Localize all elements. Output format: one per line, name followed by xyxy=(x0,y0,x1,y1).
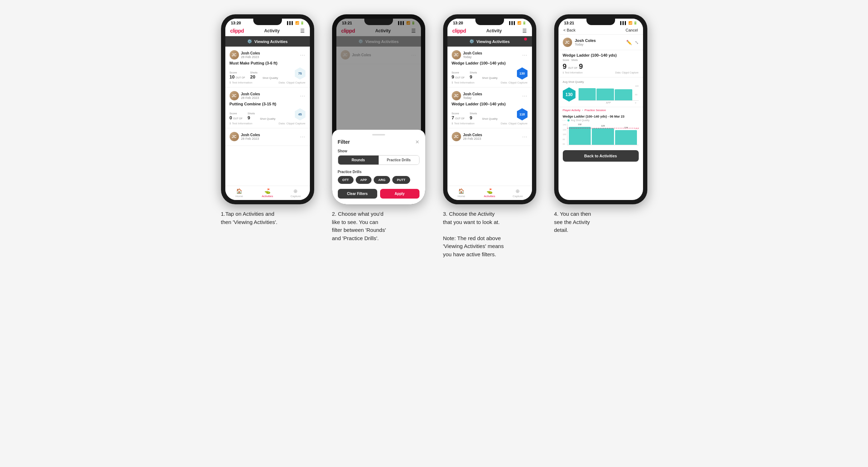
sq-stat-1-2: Shot Quality xyxy=(260,117,276,120)
viewing-banner-1[interactable]: ⚙️ Viewing Activities xyxy=(225,36,310,47)
apply-button[interactable]: Apply xyxy=(380,189,419,199)
more-dots-1-1[interactable]: ··· xyxy=(300,52,306,58)
menu-icon-1[interactable]: ☰ xyxy=(300,28,305,34)
menu-icon-3[interactable]: ☰ xyxy=(522,28,527,34)
user-date-1-3: 28 Feb 2023 xyxy=(241,137,260,140)
activity-title-1-1: Must Make Putting (3-6 ft) xyxy=(230,61,306,65)
filter-close-icon[interactable]: ✕ xyxy=(415,139,419,145)
activity-card-3-2[interactable]: JC Josh Coles Today ··· Wedge Ladder (10… xyxy=(447,87,532,128)
viewing-activities-label-3: Viewing Activities xyxy=(476,39,510,44)
avatar-3-1: JC xyxy=(452,50,461,59)
detail-score-section: Wedge Ladder (100–140 yds) Score Shots 9… xyxy=(558,50,643,77)
legend-dot xyxy=(567,119,570,121)
activity-title-1-2: Putting Combine (3-15 ft) xyxy=(230,102,306,106)
card-header-1-3: JC Josh Coles 28 Feb 2023 ··· xyxy=(230,132,306,141)
nav-home-3[interactable]: 🏠 Home xyxy=(447,186,476,200)
practice-drills-toggle[interactable]: Practice Drills xyxy=(379,156,419,165)
back-button[interactable]: < Back xyxy=(564,28,576,32)
wedge-chart-subtitle: - - - Avg Shot Quality xyxy=(558,119,643,123)
card-footer-1-1: ℹ Test Information Data: Clippd Capture xyxy=(230,81,306,84)
phone-3-inner: 13:20 ▌▌▌ 📶 🔋 clippd Activity ☰ ⚙️ V xyxy=(447,19,532,200)
viewing-activities-label-1: Viewing Activities xyxy=(254,39,288,44)
stats-row-1-2: Score 0 OUT OF Shots 9 xyxy=(230,108,306,120)
show-toggle-row: Rounds Practice Drills xyxy=(338,155,419,165)
bar-2 xyxy=(596,89,614,100)
clear-filters-button[interactable]: Clear Filters xyxy=(338,189,377,199)
sq-badge-1-1: 75 xyxy=(295,67,306,80)
caption-1: 1.Tap on Activities andthen 'Viewing Act… xyxy=(221,210,314,226)
phone-4-inner: 13:21 ▌▌▌ 📶 🔋 < Back Cancel xyxy=(558,19,643,200)
phone-1-col: 13:20 ▌▌▌ 📶 🔋 clippd Activity ☰ ⚙️ V xyxy=(217,14,318,226)
stats-row-3-2: Score 7 OUT OF Shots 9 xyxy=(452,108,528,120)
detail-header: < Back Cancel xyxy=(558,26,643,35)
more-dots-3-2[interactable]: ··· xyxy=(522,93,528,99)
stats-row-3-1: Score 9 OUT OF Shots 9 xyxy=(452,67,528,80)
filter-title: Filter xyxy=(338,139,350,145)
app-header-3: clippd Activity ☰ xyxy=(447,26,532,36)
activity-card-3-3[interactable]: JC Josh Coles 28 Feb 2023 ··· xyxy=(447,128,532,146)
more-dots-1-3[interactable]: ··· xyxy=(300,134,306,139)
nav-capture-3[interactable]: ⊕ Capture xyxy=(504,186,532,200)
user-info-1-2: JC Josh Coles 28 Feb 2023 xyxy=(230,91,260,100)
score-label-1-1: Score xyxy=(230,71,245,74)
phones-row: 13:20 ▌▌▌ 📶 🔋 clippd Activity ☰ ⚙️ V xyxy=(217,14,651,258)
card-header-1-2: JC Josh Coles 28 Feb 2023 ··· xyxy=(230,91,306,100)
activity-card-1-3[interactable]: JC Josh Coles 28 Feb 2023 ··· xyxy=(225,128,310,146)
expand-icon[interactable]: ⤡ xyxy=(635,40,639,45)
rounds-toggle[interactable]: Rounds xyxy=(338,156,379,165)
user-date-3-1: Today xyxy=(463,55,482,59)
dashed-line xyxy=(567,128,639,128)
filter-handle xyxy=(372,134,385,135)
edit-icon[interactable]: ✏️ xyxy=(626,40,632,45)
detail-score-value: 9 xyxy=(563,62,567,71)
capture-icon-3: ⊕ xyxy=(515,188,520,194)
nav-activities-3[interactable]: ⛳ Activities xyxy=(475,186,504,200)
nav-activities-1[interactable]: ⛳ Activities xyxy=(253,186,282,200)
app-title-3: Activity xyxy=(486,28,502,33)
pill-ott[interactable]: OTT xyxy=(338,176,354,184)
shots-value-1-1: 20 xyxy=(250,74,257,80)
pill-app[interactable]: APP xyxy=(356,176,372,184)
filter-sheet: Filter ✕ Show Rounds Practice Drills Pra… xyxy=(336,130,421,200)
activity-title-3-1: Wedge Ladder (100–140 yds) xyxy=(452,61,528,65)
caption-4: 4. You can thensee the Activitydetail. xyxy=(554,210,647,234)
avg-shot-quality-label: Avg Shot Quality xyxy=(563,80,639,84)
status-time-4: 13:21 xyxy=(564,21,574,25)
caption-2: 2. Choose what you'dlike to see. You can… xyxy=(332,210,425,242)
sq-stat-1-1: Shot Quality xyxy=(263,76,278,80)
cancel-button[interactable]: Cancel xyxy=(625,28,638,32)
cards-container-3: JC Josh Coles Today ··· Wedge Ladder (10… xyxy=(447,47,532,186)
card-header-1-1: JC Josh Coles 28 Feb 2023 ··· xyxy=(230,50,306,59)
sq-label-1-1: Shot Quality xyxy=(263,76,278,80)
activities-icon-3: ⛳ xyxy=(486,188,493,194)
user-name-3-1: Josh Coles xyxy=(463,51,482,55)
cards-container-1: JC Josh Coles 28 Feb 2023 ··· Must Make … xyxy=(225,47,310,186)
more-dots-3-1[interactable]: ··· xyxy=(522,52,528,58)
detail-shots-value: 9 xyxy=(579,62,583,71)
user-date-1-1: 28 Feb 2023 xyxy=(241,55,260,59)
app-title-1: Activity xyxy=(264,28,279,33)
activities-icon-1: ⛳ xyxy=(264,188,270,194)
phone-1-inner: 13:20 ▌▌▌ 📶 🔋 clippd Activity ☰ ⚙️ V xyxy=(225,19,310,200)
more-dots-3-3[interactable]: ··· xyxy=(522,134,528,139)
activity-card-1-1[interactable]: JC Josh Coles 28 Feb 2023 ··· Must Make … xyxy=(225,47,310,87)
notch-2 xyxy=(364,19,393,25)
viewing-banner-3[interactable]: ⚙️ Viewing Activities xyxy=(447,36,532,47)
filter-actions: Clear Filters Apply xyxy=(338,189,419,199)
more-dots-1-2[interactable]: ··· xyxy=(300,93,306,99)
nav-capture-1[interactable]: ⊕ Capture xyxy=(282,186,310,200)
back-to-activities-button[interactable]: Back to Activities xyxy=(563,150,639,162)
activity-card-3-1[interactable]: JC Josh Coles Today ··· Wedge Ladder (10… xyxy=(447,47,532,87)
pill-putt[interactable]: PUTT xyxy=(392,176,410,184)
avatar-1-2: JC xyxy=(230,91,239,100)
detail-user-name: Josh Coles xyxy=(575,38,596,43)
sq-badge-3-2: 118 xyxy=(517,108,528,120)
outof-1-1: OUT OF xyxy=(236,76,245,79)
pill-arg[interactable]: ARG xyxy=(374,176,390,184)
user-name-3-3: Josh Coles xyxy=(463,133,482,137)
hex-badge-4: 130 xyxy=(563,87,576,102)
activity-card-1-2[interactable]: JC Josh Coles 28 Feb 2023 ··· Putting Co… xyxy=(225,87,310,128)
user-info-1-3: JC Josh Coles 28 Feb 2023 xyxy=(230,132,260,141)
user-date-3-2: Today xyxy=(463,96,482,100)
nav-home-1[interactable]: 🏠 Home xyxy=(225,186,254,200)
